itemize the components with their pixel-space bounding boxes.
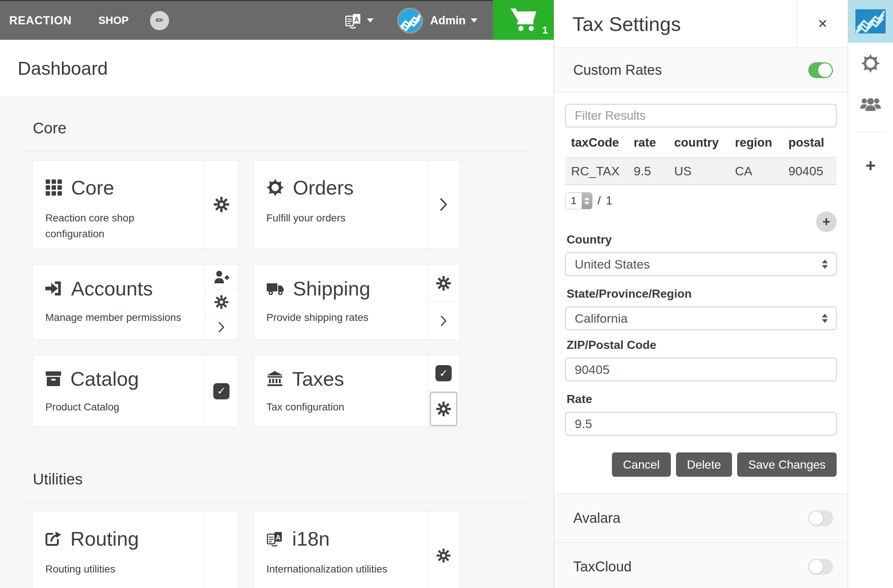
custom-rates-row: Custom Rates (554, 48, 848, 93)
accounts-add-user-button[interactable] (205, 265, 238, 289)
grid-icon (45, 179, 62, 196)
custom-rates-toggle[interactable] (808, 62, 833, 78)
page-number-input[interactable] (565, 192, 582, 209)
shipping-settings-button[interactable] (427, 265, 460, 302)
reaction-logo-icon (855, 9, 885, 33)
card-accounts-body: Accounts Manage member permissions (33, 265, 205, 339)
dashboard-main: Dashboard Core Core (0, 40, 554, 588)
close-icon: ✕ (818, 17, 828, 31)
routing-actions-empty (205, 512, 238, 588)
card-shipping-body: Shipping Provide shipping rates (254, 265, 427, 339)
region-select[interactable]: California (565, 307, 837, 330)
card-routing[interactable]: Routing Routing utilities (32, 511, 238, 588)
core-settings-button[interactable] (205, 161, 238, 248)
sun-icon (266, 179, 284, 196)
card-core[interactable]: Core Reaction core shop configuration (32, 160, 238, 249)
card-title: Orders (293, 176, 354, 199)
page-header: Dashboard (0, 40, 554, 97)
avalara-label: Avalara (573, 510, 620, 526)
sidebar-item-settings[interactable] (848, 43, 893, 84)
card-shipping[interactable]: Shipping Provide shipping rates (254, 264, 460, 340)
edit-shop-button[interactable]: ✏ (150, 11, 169, 30)
people-icon (860, 96, 881, 113)
share-icon (45, 531, 62, 546)
toggle-knob (809, 560, 823, 574)
cancel-button[interactable]: Cancel (612, 453, 671, 477)
column-header-taxcode[interactable]: taxCode (565, 135, 628, 150)
avalara-toggle[interactable] (808, 510, 833, 526)
svg-text:A: A (354, 16, 359, 23)
country-select[interactable]: United States (565, 253, 837, 276)
custom-rates-label: Custom Rates (573, 62, 662, 78)
user-plus-icon (213, 270, 229, 284)
card-orders[interactable]: Orders Fulfill your orders (254, 160, 460, 249)
gear-icon (213, 197, 229, 212)
card-title: Taxes (292, 367, 344, 390)
card-description: Reaction core shop configuration (45, 210, 192, 242)
accounts-open-button[interactable] (205, 314, 238, 339)
tax-settings-header: Tax Settings ✕ (554, 0, 848, 48)
orders-open-button[interactable] (427, 161, 460, 248)
column-header-region[interactable]: region (729, 135, 782, 150)
admin-menu-label[interactable]: Admin (430, 14, 466, 27)
card-i18n[interactable]: A i18n Internationalization utilities (254, 511, 460, 588)
stepper-arrows[interactable] (582, 192, 592, 209)
postal-input[interactable] (565, 358, 837, 381)
checkbox-checked-icon: ✓ (436, 365, 452, 381)
catalog-enabled-checkbox[interactable]: ✓ (205, 355, 238, 427)
sidebar-item-shop-active[interactable] (848, 0, 893, 43)
page-number-stepper[interactable] (565, 192, 592, 209)
sign-in-icon (45, 281, 62, 296)
shop-link[interactable]: SHOP (98, 14, 129, 27)
avatar[interactable] (397, 8, 423, 33)
rate-input[interactable] (565, 412, 837, 436)
brand-reaction-link[interactable]: REACTION (9, 14, 72, 27)
card-shipping-actions (427, 265, 460, 339)
card-title: Catalog (71, 367, 139, 390)
card-taxes[interactable]: Taxes Tax configuration ✓ (254, 355, 460, 427)
select-arrows-icon (822, 260, 828, 269)
select-arrows-icon (822, 314, 828, 323)
language-icon: A (345, 12, 362, 29)
custom-rates-form: taxCode rate country region postal RC_TA… (554, 93, 848, 477)
gear-focus-ring (430, 392, 457, 426)
taxes-enabled-checkbox[interactable]: ✓ (427, 355, 460, 391)
cart-button[interactable]: 1 (493, 0, 554, 40)
card-accounts-actions (205, 265, 238, 339)
close-panel-button[interactable]: ✕ (797, 0, 848, 48)
column-header-country[interactable]: country (668, 135, 729, 150)
chevron-right-icon (218, 322, 225, 333)
region-label: State/Province/Region (567, 287, 837, 301)
card-orders-actions (427, 161, 460, 248)
add-rate-button[interactable]: + (816, 212, 837, 232)
card-orders-body: Orders Fulfill your orders (254, 161, 427, 248)
sidebar-item-accounts[interactable] (848, 84, 893, 125)
card-description: Provide shipping rates (266, 310, 415, 325)
column-header-postal[interactable]: postal (782, 135, 837, 150)
card-catalog[interactable]: Catalog Product Catalog ✓ (32, 355, 238, 427)
taxes-settings-button-active[interactable] (427, 391, 460, 427)
section-divider (25, 151, 529, 152)
chevron-down-icon (367, 18, 374, 23)
taxcloud-toggle[interactable] (808, 559, 833, 575)
i18n-settings-button[interactable] (427, 512, 460, 588)
delete-button[interactable]: Delete (676, 453, 732, 477)
column-header-rate[interactable]: rate (628, 135, 668, 150)
save-changes-button[interactable]: Save Changes (737, 453, 837, 477)
card-title: Accounts (71, 277, 153, 300)
card-routing-body: Routing Routing utilities (33, 512, 205, 588)
card-description: Product Catalog (45, 399, 192, 415)
shipping-open-button[interactable] (427, 302, 460, 339)
section-heading-core: Core (33, 119, 529, 137)
country-label: Country (567, 233, 837, 247)
sidebar-item-add-shortcut[interactable]: + (848, 132, 893, 199)
card-description: Tax configuration (266, 399, 415, 415)
card-accounts[interactable]: Accounts Manage member permissions (32, 264, 238, 340)
accounts-settings-button[interactable] (205, 289, 238, 314)
tax-table-row[interactable]: RC_TAX 9.5 US CA 90405 (565, 157, 837, 185)
filter-results-input[interactable] (565, 104, 837, 128)
bank-icon (266, 371, 283, 387)
card-routing-actions (205, 512, 238, 588)
card-core-body: Core Reaction core shop configuration (33, 161, 205, 248)
language-menu-button[interactable]: A (345, 12, 374, 29)
